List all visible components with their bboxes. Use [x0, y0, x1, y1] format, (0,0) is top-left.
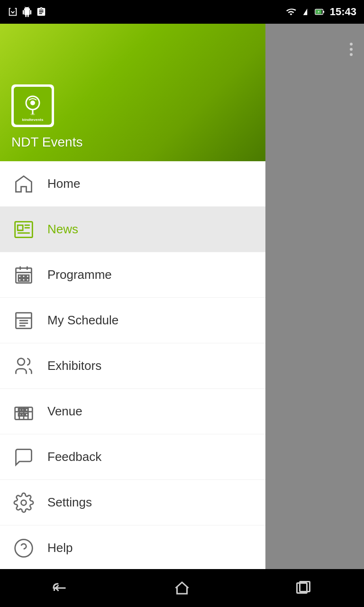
clipboard-icon [36, 7, 46, 17]
nav-label-my-schedule: My Schedule [47, 313, 118, 328]
nav-label-venue: Venue [47, 404, 82, 419]
nav-item-help[interactable]: Help [0, 525, 265, 571]
app-title: NDT Events [11, 135, 254, 150]
drawer-header: bindtevents NDT Events [0, 24, 265, 161]
nav-item-programme[interactable]: Programme [0, 252, 265, 298]
status-bar-left-icons [8, 7, 46, 17]
nav-label-programme: Programme [47, 267, 112, 282]
svg-point-30 [18, 358, 25, 365]
svg-rect-22 [18, 278, 21, 281]
nav-item-my-schedule[interactable]: My Schedule [0, 298, 265, 343]
svg-rect-10 [18, 225, 23, 230]
android-icon [22, 7, 32, 17]
nav-item-exhibitors[interactable]: Exhibitors [0, 343, 265, 389]
nav-label-settings: Settings [47, 495, 92, 510]
download-icon [8, 7, 18, 17]
schedule-icon [11, 308, 36, 333]
nav-label-help: Help [47, 541, 73, 555]
more-options-icon[interactable] [346, 39, 356, 60]
svg-point-7 [30, 101, 35, 105]
svg-rect-1 [323, 11, 324, 13]
wifi-icon [285, 7, 297, 17]
svg-rect-24 [27, 278, 29, 281]
nav-label-home: Home [47, 176, 80, 191]
svg-rect-19 [18, 275, 21, 278]
exhibitors-icon [11, 354, 36, 378]
nav-item-news[interactable]: News [0, 207, 265, 252]
nav-label-exhibitors: Exhibitors [47, 359, 101, 373]
status-bar: 15:43 [0, 0, 364, 24]
svg-rect-23 [22, 278, 25, 281]
right-panel [265, 24, 364, 583]
nav-item-home[interactable]: Home [0, 161, 265, 207]
nav-item-venue[interactable]: Venue [0, 389, 265, 434]
nav-list: Home News [0, 161, 265, 583]
status-time: 15:43 [330, 6, 356, 18]
svg-point-42 [21, 500, 27, 505]
news-icon [11, 217, 36, 242]
programme-icon [11, 263, 36, 287]
status-bar-right-icons: 15:43 [285, 6, 356, 18]
home-button[interactable] [163, 574, 201, 602]
drawer: bindtevents NDT Events Home [0, 24, 265, 583]
bottom-nav [0, 569, 364, 607]
home-icon [11, 172, 36, 196]
nav-label-news: News [47, 222, 78, 237]
app-logo: bindtevents [11, 84, 54, 127]
help-icon [11, 536, 36, 561]
nav-label-feedback: Feedback [47, 450, 101, 464]
signal-icon [300, 7, 310, 17]
nav-item-feedback[interactable]: Feedback [0, 434, 265, 480]
recents-button[interactable] [284, 574, 322, 602]
svg-rect-21 [27, 275, 29, 278]
svg-text:bindtevents: bindtevents [22, 118, 44, 122]
battery-icon [314, 7, 326, 17]
svg-point-43 [15, 539, 33, 557]
logo-svg: bindtevents [14, 87, 52, 125]
svg-rect-41 [26, 408, 28, 411]
venue-icon [11, 399, 36, 424]
svg-rect-38 [26, 413, 28, 416]
back-button[interactable] [42, 574, 80, 602]
svg-rect-20 [22, 275, 25, 278]
main-layout: bindtevents NDT Events Home [0, 24, 364, 583]
settings-icon [11, 490, 36, 515]
svg-point-6 [30, 113, 35, 115]
nav-item-settings[interactable]: Settings [0, 480, 265, 525]
feedback-icon [11, 445, 36, 469]
